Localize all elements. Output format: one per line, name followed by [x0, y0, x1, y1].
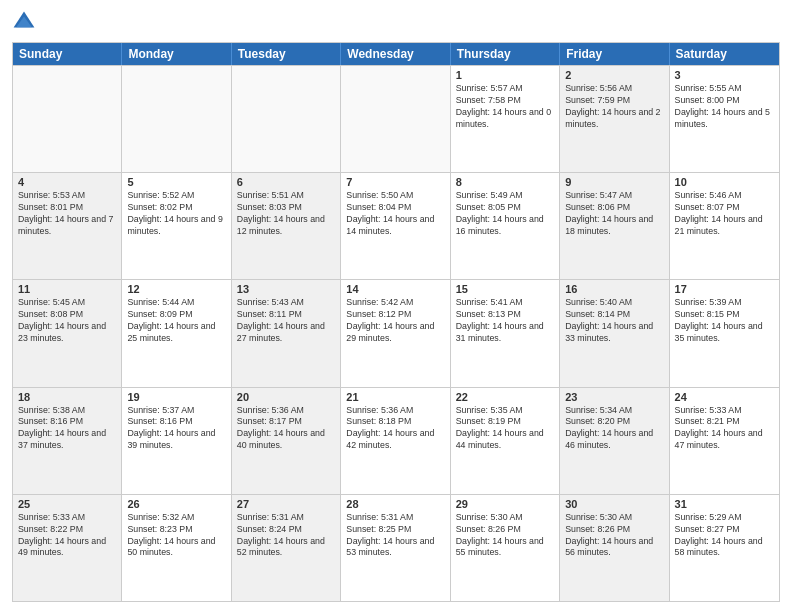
- day-info: Sunrise: 5:44 AMSunset: 8:09 PMDaylight:…: [127, 297, 225, 345]
- header-day-tuesday: Tuesday: [232, 43, 341, 65]
- day-cell-27: 27Sunrise: 5:31 AMSunset: 8:24 PMDayligh…: [232, 495, 341, 601]
- day-number: 9: [565, 176, 663, 188]
- day-number: 17: [675, 283, 774, 295]
- day-number: 7: [346, 176, 444, 188]
- calendar-row-4: 25Sunrise: 5:33 AMSunset: 8:22 PMDayligh…: [13, 494, 779, 601]
- calendar-body: 1Sunrise: 5:57 AMSunset: 7:58 PMDaylight…: [13, 65, 779, 601]
- day-cell-12: 12Sunrise: 5:44 AMSunset: 8:09 PMDayligh…: [122, 280, 231, 386]
- day-number: 18: [18, 391, 116, 403]
- header-day-wednesday: Wednesday: [341, 43, 450, 65]
- day-info: Sunrise: 5:53 AMSunset: 8:01 PMDaylight:…: [18, 190, 116, 238]
- day-info: Sunrise: 5:51 AMSunset: 8:03 PMDaylight:…: [237, 190, 335, 238]
- header-day-saturday: Saturday: [670, 43, 779, 65]
- day-number: 10: [675, 176, 774, 188]
- day-number: 8: [456, 176, 554, 188]
- day-cell-21: 21Sunrise: 5:36 AMSunset: 8:18 PMDayligh…: [341, 388, 450, 494]
- day-number: 16: [565, 283, 663, 295]
- header-day-sunday: Sunday: [13, 43, 122, 65]
- day-cell-24: 24Sunrise: 5:33 AMSunset: 8:21 PMDayligh…: [670, 388, 779, 494]
- day-info: Sunrise: 5:50 AMSunset: 8:04 PMDaylight:…: [346, 190, 444, 238]
- day-cell-17: 17Sunrise: 5:39 AMSunset: 8:15 PMDayligh…: [670, 280, 779, 386]
- day-cell-25: 25Sunrise: 5:33 AMSunset: 8:22 PMDayligh…: [13, 495, 122, 601]
- day-info: Sunrise: 5:57 AMSunset: 7:58 PMDaylight:…: [456, 83, 554, 131]
- day-number: 30: [565, 498, 663, 510]
- calendar-row-1: 4Sunrise: 5:53 AMSunset: 8:01 PMDaylight…: [13, 172, 779, 279]
- logo: [12, 10, 40, 34]
- day-number: 14: [346, 283, 444, 295]
- day-number: 24: [675, 391, 774, 403]
- day-number: 27: [237, 498, 335, 510]
- day-info: Sunrise: 5:33 AMSunset: 8:22 PMDaylight:…: [18, 512, 116, 560]
- day-info: Sunrise: 5:43 AMSunset: 8:11 PMDaylight:…: [237, 297, 335, 345]
- day-number: 3: [675, 69, 774, 81]
- day-info: Sunrise: 5:31 AMSunset: 8:24 PMDaylight:…: [237, 512, 335, 560]
- day-info: Sunrise: 5:45 AMSunset: 8:08 PMDaylight:…: [18, 297, 116, 345]
- calendar: SundayMondayTuesdayWednesdayThursdayFrid…: [12, 42, 780, 602]
- day-number: 26: [127, 498, 225, 510]
- day-cell-9: 9Sunrise: 5:47 AMSunset: 8:06 PMDaylight…: [560, 173, 669, 279]
- day-info: Sunrise: 5:55 AMSunset: 8:00 PMDaylight:…: [675, 83, 774, 131]
- day-info: Sunrise: 5:56 AMSunset: 7:59 PMDaylight:…: [565, 83, 663, 131]
- day-cell-7: 7Sunrise: 5:50 AMSunset: 8:04 PMDaylight…: [341, 173, 450, 279]
- day-cell-13: 13Sunrise: 5:43 AMSunset: 8:11 PMDayligh…: [232, 280, 341, 386]
- day-info: Sunrise: 5:30 AMSunset: 8:26 PMDaylight:…: [456, 512, 554, 560]
- day-cell-14: 14Sunrise: 5:42 AMSunset: 8:12 PMDayligh…: [341, 280, 450, 386]
- day-cell-10: 10Sunrise: 5:46 AMSunset: 8:07 PMDayligh…: [670, 173, 779, 279]
- day-info: Sunrise: 5:31 AMSunset: 8:25 PMDaylight:…: [346, 512, 444, 560]
- calendar-header: SundayMondayTuesdayWednesdayThursdayFrid…: [13, 43, 779, 65]
- day-cell-28: 28Sunrise: 5:31 AMSunset: 8:25 PMDayligh…: [341, 495, 450, 601]
- day-number: 28: [346, 498, 444, 510]
- day-cell-30: 30Sunrise: 5:30 AMSunset: 8:26 PMDayligh…: [560, 495, 669, 601]
- day-info: Sunrise: 5:49 AMSunset: 8:05 PMDaylight:…: [456, 190, 554, 238]
- day-info: Sunrise: 5:33 AMSunset: 8:21 PMDaylight:…: [675, 405, 774, 453]
- day-cell-11: 11Sunrise: 5:45 AMSunset: 8:08 PMDayligh…: [13, 280, 122, 386]
- day-cell-2: 2Sunrise: 5:56 AMSunset: 7:59 PMDaylight…: [560, 66, 669, 172]
- day-info: Sunrise: 5:30 AMSunset: 8:26 PMDaylight:…: [565, 512, 663, 560]
- day-cell-18: 18Sunrise: 5:38 AMSunset: 8:16 PMDayligh…: [13, 388, 122, 494]
- day-info: Sunrise: 5:37 AMSunset: 8:16 PMDaylight:…: [127, 405, 225, 453]
- day-info: Sunrise: 5:47 AMSunset: 8:06 PMDaylight:…: [565, 190, 663, 238]
- day-number: 13: [237, 283, 335, 295]
- day-cell-22: 22Sunrise: 5:35 AMSunset: 8:19 PMDayligh…: [451, 388, 560, 494]
- day-info: Sunrise: 5:36 AMSunset: 8:17 PMDaylight:…: [237, 405, 335, 453]
- day-info: Sunrise: 5:40 AMSunset: 8:14 PMDaylight:…: [565, 297, 663, 345]
- day-info: Sunrise: 5:32 AMSunset: 8:23 PMDaylight:…: [127, 512, 225, 560]
- logo-icon: [12, 10, 36, 34]
- page: SundayMondayTuesdayWednesdayThursdayFrid…: [0, 0, 792, 612]
- empty-cell-0-0: [13, 66, 122, 172]
- empty-cell-0-2: [232, 66, 341, 172]
- header-day-friday: Friday: [560, 43, 669, 65]
- day-cell-6: 6Sunrise: 5:51 AMSunset: 8:03 PMDaylight…: [232, 173, 341, 279]
- day-info: Sunrise: 5:36 AMSunset: 8:18 PMDaylight:…: [346, 405, 444, 453]
- day-cell-26: 26Sunrise: 5:32 AMSunset: 8:23 PMDayligh…: [122, 495, 231, 601]
- header: [12, 10, 780, 34]
- day-cell-23: 23Sunrise: 5:34 AMSunset: 8:20 PMDayligh…: [560, 388, 669, 494]
- day-cell-5: 5Sunrise: 5:52 AMSunset: 8:02 PMDaylight…: [122, 173, 231, 279]
- day-number: 23: [565, 391, 663, 403]
- day-info: Sunrise: 5:39 AMSunset: 8:15 PMDaylight:…: [675, 297, 774, 345]
- day-info: Sunrise: 5:38 AMSunset: 8:16 PMDaylight:…: [18, 405, 116, 453]
- day-cell-29: 29Sunrise: 5:30 AMSunset: 8:26 PMDayligh…: [451, 495, 560, 601]
- day-number: 5: [127, 176, 225, 188]
- day-cell-1: 1Sunrise: 5:57 AMSunset: 7:58 PMDaylight…: [451, 66, 560, 172]
- calendar-row-3: 18Sunrise: 5:38 AMSunset: 8:16 PMDayligh…: [13, 387, 779, 494]
- day-info: Sunrise: 5:35 AMSunset: 8:19 PMDaylight:…: [456, 405, 554, 453]
- empty-cell-0-1: [122, 66, 231, 172]
- day-number: 21: [346, 391, 444, 403]
- day-info: Sunrise: 5:52 AMSunset: 8:02 PMDaylight:…: [127, 190, 225, 238]
- calendar-row-2: 11Sunrise: 5:45 AMSunset: 8:08 PMDayligh…: [13, 279, 779, 386]
- day-info: Sunrise: 5:42 AMSunset: 8:12 PMDaylight:…: [346, 297, 444, 345]
- day-number: 15: [456, 283, 554, 295]
- empty-cell-0-3: [341, 66, 450, 172]
- header-day-thursday: Thursday: [451, 43, 560, 65]
- day-info: Sunrise: 5:34 AMSunset: 8:20 PMDaylight:…: [565, 405, 663, 453]
- day-cell-3: 3Sunrise: 5:55 AMSunset: 8:00 PMDaylight…: [670, 66, 779, 172]
- day-cell-16: 16Sunrise: 5:40 AMSunset: 8:14 PMDayligh…: [560, 280, 669, 386]
- day-number: 11: [18, 283, 116, 295]
- day-number: 25: [18, 498, 116, 510]
- day-cell-31: 31Sunrise: 5:29 AMSunset: 8:27 PMDayligh…: [670, 495, 779, 601]
- header-day-monday: Monday: [122, 43, 231, 65]
- day-number: 6: [237, 176, 335, 188]
- calendar-row-0: 1Sunrise: 5:57 AMSunset: 7:58 PMDaylight…: [13, 65, 779, 172]
- day-number: 31: [675, 498, 774, 510]
